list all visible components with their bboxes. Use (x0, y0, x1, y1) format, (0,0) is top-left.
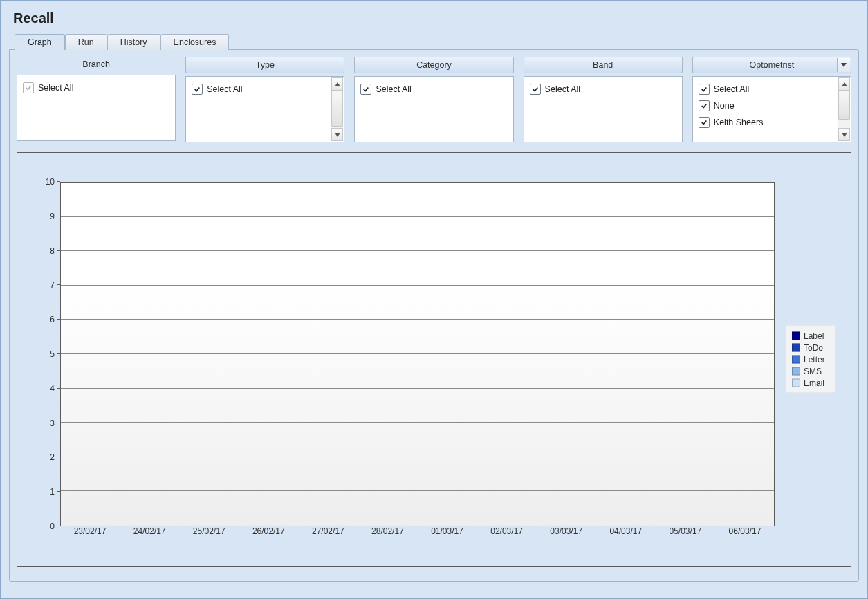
scroll-track[interactable] (838, 91, 850, 128)
gridline (61, 490, 774, 491)
checkbox[interactable] (23, 82, 34, 93)
checkbox[interactable] (699, 100, 710, 111)
x-tick-label: 25/02/17 (193, 526, 225, 536)
x-tick-label: 04/03/17 (609, 526, 642, 536)
tab-history[interactable]: History (107, 34, 160, 50)
gridline (61, 422, 774, 423)
y-tick-label: 10 (46, 177, 55, 187)
gridline (61, 250, 774, 251)
gridline (61, 285, 774, 286)
tab-graph[interactable]: Graph (15, 34, 65, 50)
gridline (61, 353, 774, 354)
scroll-down-button[interactable] (331, 128, 343, 141)
tab-label: Enclosures (174, 37, 216, 47)
chart-x-axis: 23/02/1724/02/1725/02/1726/02/1727/02/17… (60, 526, 775, 542)
filter-type: Type Select All (185, 57, 344, 142)
y-tick-label: 5 (50, 349, 55, 359)
scroll-up-button[interactable] (331, 77, 343, 91)
legend-item: ToDo (792, 342, 829, 353)
filter-header-type: Type (185, 57, 344, 73)
tab-content-graph: Branch Select All Type Select All (9, 49, 859, 582)
legend-label: ToDo (804, 342, 823, 352)
scrollbar[interactable] (838, 77, 850, 141)
recall-window: Recall Graph Run History Enclosures Bran… (0, 0, 868, 599)
filter-header-label: Band (593, 60, 613, 70)
tab-label: Graph (28, 37, 52, 47)
gridline (61, 457, 774, 457)
list-item[interactable]: Select All (530, 81, 678, 98)
filter-header-branch: Branch (17, 57, 176, 72)
chart-legend: LabelToDoLetterSMSEmail (786, 325, 835, 394)
filter-header-label: Branch (82, 59, 110, 69)
y-tick-label: 8 (50, 246, 55, 256)
tab-run[interactable]: Run (65, 34, 107, 50)
scroll-thumb[interactable] (331, 91, 343, 127)
filter-list-branch: Select All (17, 75, 176, 141)
page-title: Recall (13, 10, 855, 26)
gridline (61, 319, 774, 320)
scroll-up-button[interactable] (838, 77, 850, 91)
filter-header-label: Type (256, 60, 275, 70)
filter-header-label: Optometrist (750, 60, 795, 70)
y-tick-label: 6 (50, 315, 55, 324)
y-tick-label: 7 (50, 280, 55, 290)
checkbox[interactable] (192, 84, 203, 95)
scroll-down-button[interactable] (838, 128, 850, 141)
scroll-track[interactable] (331, 91, 343, 128)
list-item[interactable]: Select All (699, 81, 835, 98)
checkbox[interactable] (699, 117, 710, 128)
list-item[interactable]: None (699, 98, 835, 114)
legend-item: Label (792, 330, 829, 342)
legend-swatch (792, 378, 800, 387)
filter-category: Category Select All (354, 57, 513, 142)
chart-plot-area (60, 182, 775, 526)
filter-list-band: Select All (524, 76, 683, 142)
legend-item: SMS (792, 365, 829, 377)
checkbox-label: Select All (545, 84, 580, 94)
x-tick-label: 24/02/17 (133, 526, 166, 536)
x-tick-label: 28/02/17 (371, 526, 404, 536)
x-tick-label: 26/02/17 (252, 526, 285, 536)
filter-list-optometrist: Select All None Keith Sheers (692, 76, 851, 142)
filter-row: Branch Select All Type Select All (17, 57, 851, 142)
list-item[interactable]: Keith Sheers (699, 114, 835, 131)
filter-band: Band Select All (524, 57, 683, 142)
legend-swatch (792, 331, 800, 340)
list-item[interactable]: Select All (360, 81, 508, 98)
x-tick-label: 03/03/17 (550, 526, 582, 536)
gridline (61, 216, 774, 217)
y-tick-label: 1 (50, 487, 55, 497)
tab-label: History (120, 37, 147, 47)
checkbox-label: Select All (207, 84, 242, 94)
chart-panel: 012345678910 23/02/1724/02/1725/02/1726/… (17, 152, 851, 567)
filter-list-type: Select All (185, 76, 344, 142)
checkbox[interactable] (530, 84, 541, 95)
tab-label: Run (78, 37, 94, 47)
list-item[interactable]: Select All (23, 80, 171, 96)
y-tick-label: 4 (50, 384, 55, 394)
tab-enclosures[interactable]: Enclosures (160, 34, 230, 50)
checkbox-label: Keith Sheers (714, 118, 764, 127)
legend-swatch (792, 343, 800, 351)
checkbox[interactable] (360, 84, 371, 95)
legend-label: Label (804, 331, 824, 340)
chart-y-axis: 012345678910 (30, 182, 60, 526)
legend-label: Letter (804, 354, 825, 364)
legend-swatch (792, 355, 800, 363)
tab-strip: Graph Run History Enclosures (9, 33, 859, 49)
filter-header-optometrist: Optometrist (692, 57, 851, 73)
y-tick-label: 3 (50, 418, 55, 428)
scroll-thumb[interactable] (838, 91, 850, 120)
filter-header-label: Category (416, 60, 452, 70)
x-tick-label: 02/03/17 (490, 526, 523, 536)
legend-item: Letter (792, 353, 829, 365)
filter-header-category: Category (354, 57, 513, 73)
checkbox-label: Select All (38, 83, 73, 93)
legend-swatch (792, 367, 800, 375)
scrollbar[interactable] (331, 77, 343, 141)
checkbox[interactable] (699, 84, 710, 95)
list-item[interactable]: Select All (192, 81, 329, 98)
dropdown-button[interactable] (837, 58, 850, 72)
x-tick-label: 05/03/17 (670, 526, 702, 536)
filter-list-category: Select All (354, 76, 513, 142)
